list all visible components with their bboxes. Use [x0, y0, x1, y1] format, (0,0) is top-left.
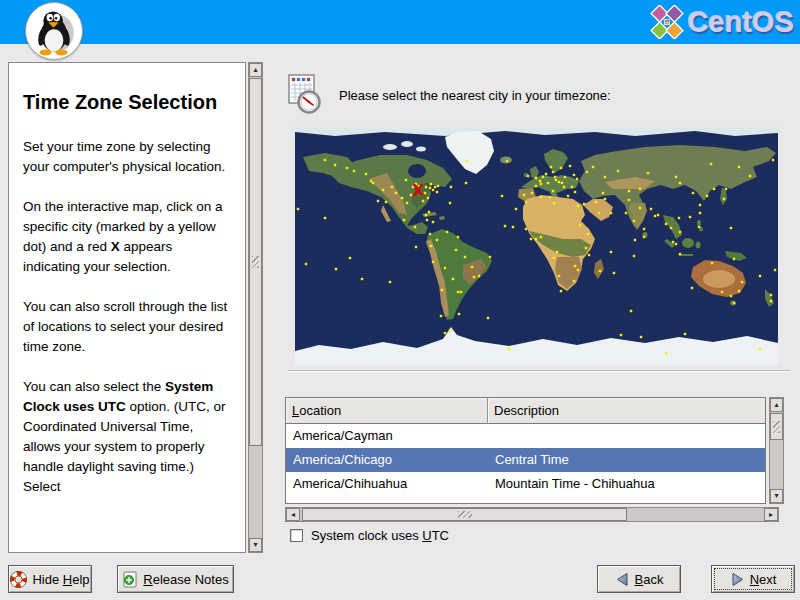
hscrollbar-thumb[interactable]: [302, 508, 627, 521]
help-panel: Time Zone Selection Set your time zone b…: [8, 62, 246, 553]
utc-checkbox-row: System clock uses UTC: [290, 528, 449, 543]
timezone-table: Location Description America/Cayman Amer…: [285, 397, 766, 504]
scroll-down-icon[interactable]: ▾: [249, 538, 262, 552]
life-preserver-icon: [10, 571, 27, 588]
utc-checkbox[interactable]: [290, 529, 303, 542]
table-scrollbar-horizontal[interactable]: ◂ ▸: [285, 507, 779, 522]
scroll-left-icon[interactable]: ◂: [286, 508, 300, 521]
help-paragraph-2: On the interactive map, click on a speci…: [23, 197, 233, 277]
scroll-down-icon[interactable]: ▾: [770, 489, 783, 503]
help-paragraph-3: You can also scroll through the list of …: [23, 297, 233, 357]
table-row[interactable]: America/Cayman: [286, 424, 765, 448]
prompt-text: Please select the nearest city in your t…: [339, 88, 611, 103]
help-paragraph-4: You can also select the System Clock use…: [23, 377, 233, 497]
centos-logo: CentOS: [650, 5, 794, 39]
table-scrollbar-thumb[interactable]: [770, 413, 783, 440]
installer-window: CentOS Time Zone Selection Set your time…: [0, 0, 800, 600]
scroll-right-icon[interactable]: ▸: [764, 508, 778, 521]
column-header-location[interactable]: Location: [286, 398, 488, 424]
help-scrollbar-thumb[interactable]: [249, 78, 262, 446]
utc-checkbox-label[interactable]: System clock uses UTC: [311, 528, 449, 543]
table-scrollbar-vertical[interactable]: ▴ ▾: [769, 397, 784, 504]
release-notes-icon: [122, 571, 138, 588]
table-row[interactable]: America/Chihuahua Mountain Time - Chihua…: [286, 472, 765, 496]
help-scrollbar[interactable]: ▴ ▾: [248, 62, 263, 553]
table-header: Location Description: [286, 398, 765, 424]
timezone-map[interactable]: [295, 127, 778, 365]
next-arrow-icon: [730, 572, 745, 587]
table-row[interactable]: America/Chicago Central Time: [286, 448, 765, 472]
help-paragraph-1: Set your time zone by selecting your com…: [23, 137, 233, 177]
back-arrow-icon: [615, 572, 630, 587]
column-header-description[interactable]: Description: [488, 398, 765, 424]
release-notes-button[interactable]: Release Notes: [117, 565, 234, 593]
scroll-up-icon[interactable]: ▴: [249, 63, 262, 77]
page-title: Time Zone Selection: [23, 89, 233, 115]
tux-penguin-icon: [26, 3, 82, 59]
horizontal-separator: [288, 370, 790, 372]
next-button[interactable]: Next: [711, 565, 795, 593]
calendar-clock-icon: [288, 73, 322, 115]
centos-logo-icon: [650, 5, 684, 39]
hide-help-button[interactable]: Hide Help: [8, 565, 92, 593]
header-bar: CentOS: [0, 0, 800, 44]
centos-wordmark: CentOS: [688, 6, 794, 39]
back-button[interactable]: Back: [597, 565, 681, 593]
scroll-up-icon[interactable]: ▴: [770, 398, 783, 412]
tux-logo: [25, 2, 83, 60]
